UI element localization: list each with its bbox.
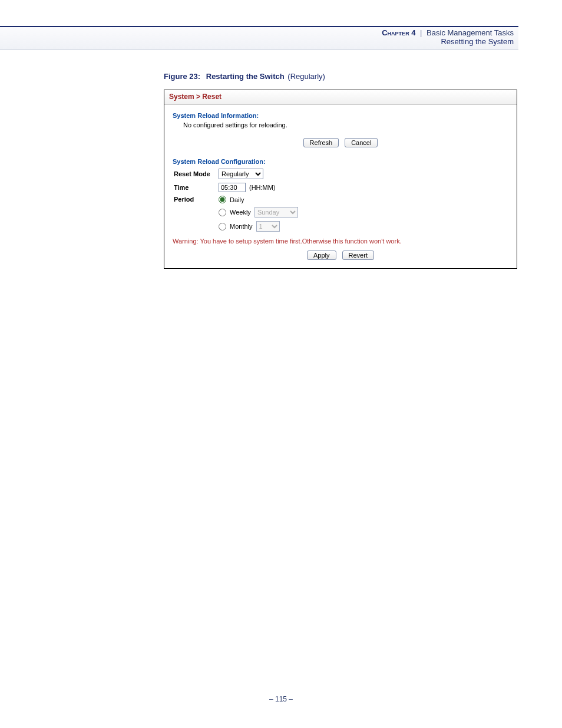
page-number: – 115 –: [0, 695, 562, 703]
period-monthly-select[interactable]: 1: [256, 221, 280, 232]
period-monthly-radio[interactable]: [219, 223, 226, 230]
period-daily-radio[interactable]: [219, 196, 226, 203]
period-weekly-label: Weekly: [230, 209, 251, 216]
reset-mode-select[interactable]: Regularly: [219, 169, 263, 179]
time-input[interactable]: [219, 183, 246, 192]
header-separator: |: [420, 28, 422, 37]
time-hint: (HH:MM): [249, 184, 276, 191]
reset-mode-label: Reset Mode: [174, 170, 219, 177]
period-monthly-label: Monthly: [230, 223, 253, 230]
period-weekly-select[interactable]: Sunday: [254, 207, 298, 218]
breadcrumb: System > Reset: [164, 90, 517, 105]
figure-label: Figure 23:: [164, 72, 200, 81]
reload-config-title: System Reload Configuration:: [173, 158, 508, 165]
figure-caption: Figure 23: Restarting the Switch (Regula…: [164, 72, 325, 81]
cancel-button[interactable]: Cancel: [345, 138, 378, 147]
revert-button[interactable]: Revert: [342, 251, 374, 260]
period-daily-label: Daily: [230, 196, 244, 203]
time-label: Time: [174, 184, 219, 191]
chapter-label: Chapter 4: [382, 28, 415, 37]
reload-info-text: No configured settings for reloading.: [183, 121, 508, 129]
reset-panel: System > Reset System Reload Information…: [164, 90, 517, 269]
reload-info-title: System Reload Information:: [173, 112, 508, 119]
refresh-button[interactable]: Refresh: [303, 138, 339, 147]
page-header: Chapter 4 | Basic Management Tasks Reset…: [0, 26, 518, 50]
config-warning: Warning: You have to setup system time f…: [173, 238, 508, 245]
apply-button[interactable]: Apply: [307, 251, 336, 260]
period-weekly-radio[interactable]: [219, 209, 226, 216]
figure-title: Restarting the Switch: [206, 72, 285, 81]
figure-qualifier: (Regularly): [287, 72, 325, 81]
period-label: Period: [174, 196, 219, 203]
chapter-title: Basic Management Tasks: [427, 28, 514, 37]
header-subtitle: Resetting the System: [0, 37, 514, 46]
